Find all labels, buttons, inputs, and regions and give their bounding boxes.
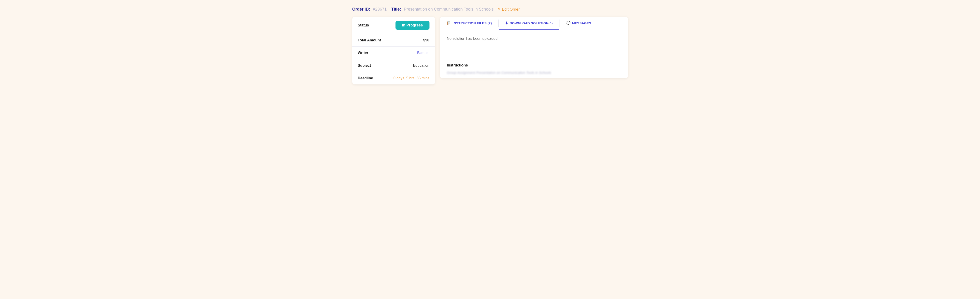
tab-instruction-files[interactable]: 📋 INSTRUCTION FILES (2): [440, 17, 498, 30]
instructions-preview-text: Group Assignment Presentation on Communi…: [447, 70, 621, 75]
order-id-value: #23671: [373, 7, 387, 12]
deadline-row: Deadline 0 days, 5 hrs, 35 mins: [352, 72, 435, 85]
subject-label: Subject: [358, 64, 371, 68]
edit-icon: ✎: [498, 7, 501, 11]
tabs-bar: 📋 INSTRUCTION FILES (2) ⬇ DOWNLOAD SOLUT…: [440, 17, 628, 30]
tab-download-solution[interactable]: ⬇ DOWNLOAD SOLUTION(0): [499, 17, 559, 30]
writer-value: Samuel: [417, 51, 429, 55]
deadline-value: 0 days, 5 hrs, 35 mins: [393, 76, 430, 80]
total-amount-label: Total Amount: [358, 38, 381, 42]
order-id-label: Order ID:: [352, 7, 370, 12]
tab-messages[interactable]: 💬 MESSAGES: [560, 17, 598, 30]
right-panel: 📋 INSTRUCTION FILES (2) ⬇ DOWNLOAD SOLUT…: [440, 17, 628, 78]
no-solution-text: No solution has been uploaded: [447, 37, 498, 40]
tab-download-solution-label: DOWNLOAD SOLUTION(0): [510, 21, 553, 25]
page-container: Order ID: #23671 Title: Presentation on …: [352, 7, 628, 85]
deadline-label: Deadline: [358, 76, 373, 80]
download-icon: ⬇: [505, 21, 508, 25]
writer-label: Writer: [358, 51, 368, 55]
edit-order-link[interactable]: ✎ Edit Order: [498, 7, 520, 12]
tab-content: No solution has been uploaded: [440, 30, 628, 58]
instructions-label: Instructions: [447, 63, 621, 67]
total-amount-row: Total Amount $90: [352, 34, 435, 47]
title-label: Title:: [391, 7, 401, 12]
tab-messages-label: MESSAGES: [572, 21, 591, 25]
writer-row: Writer Samuel: [352, 47, 435, 59]
files-icon: 📋: [447, 21, 451, 25]
left-panel: Status In Progress Total Amount $90 Writ…: [352, 17, 435, 85]
main-content: Status In Progress Total Amount $90 Writ…: [352, 17, 628, 85]
tab-instruction-files-label: INSTRUCTION FILES (2): [453, 21, 492, 25]
subject-value: Education: [413, 64, 429, 68]
subject-row: Subject Education: [352, 59, 435, 72]
messages-icon: 💬: [566, 21, 571, 25]
status-label: Status: [358, 23, 369, 27]
edit-order-label: Edit Order: [502, 7, 520, 12]
title-value: Presentation on Communication Tools in S…: [404, 7, 493, 12]
page-header: Order ID: #23671 Title: Presentation on …: [352, 7, 628, 12]
instructions-section: Instructions Group Assignment Presentati…: [440, 58, 628, 78]
total-amount-value: $90: [423, 38, 430, 42]
status-row: Status In Progress: [352, 17, 435, 34]
status-badge: In Progress: [396, 21, 429, 30]
